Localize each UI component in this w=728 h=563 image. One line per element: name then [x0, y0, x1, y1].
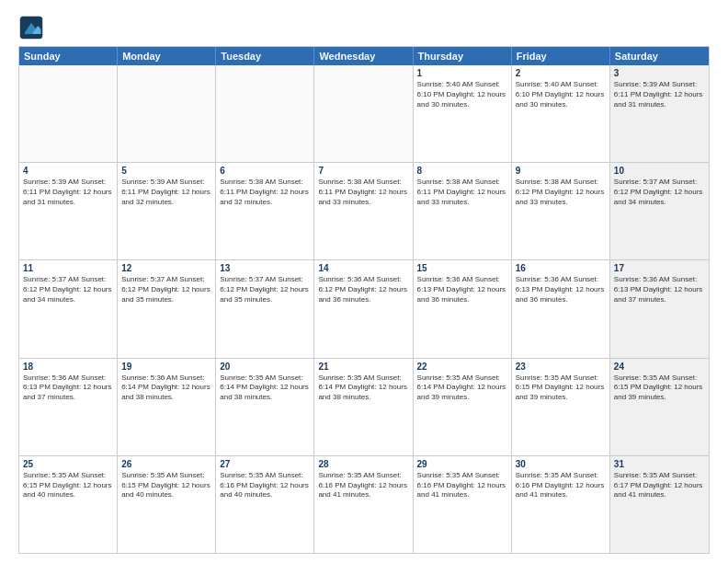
day-info: Sunrise: 5:35 AM Sunset: 6:16 PM Dayligh…	[516, 471, 606, 500]
day-info: Sunrise: 5:35 AM Sunset: 6:15 PM Dayligh…	[23, 471, 113, 500]
day-number: 30	[516, 459, 606, 469]
day-number: 12	[121, 263, 211, 273]
day-info: Sunrise: 5:35 AM Sunset: 6:15 PM Dayligh…	[121, 471, 211, 500]
week-row: 25Sunrise: 5:35 AM Sunset: 6:15 PM Dayli…	[19, 455, 709, 553]
day-cell: 17Sunrise: 5:36 AM Sunset: 6:13 PM Dayli…	[610, 260, 709, 357]
week-row: 4Sunrise: 5:39 AM Sunset: 6:11 PM Daylig…	[19, 162, 709, 259]
week-row: 18Sunrise: 5:36 AM Sunset: 6:13 PM Dayli…	[19, 358, 709, 455]
day-cell: 14Sunrise: 5:36 AM Sunset: 6:12 PM Dayli…	[314, 260, 413, 357]
day-number: 13	[220, 263, 310, 273]
day-info: Sunrise: 5:35 AM Sunset: 6:16 PM Dayligh…	[417, 471, 507, 500]
day-info: Sunrise: 5:37 AM Sunset: 6:12 PM Dayligh…	[23, 275, 113, 304]
day-cell: 31Sunrise: 5:35 AM Sunset: 6:17 PM Dayli…	[610, 456, 709, 553]
day-number: 16	[516, 263, 606, 273]
day-number: 4	[23, 166, 113, 176]
day-info: Sunrise: 5:39 AM Sunset: 6:11 PM Dayligh…	[23, 178, 113, 207]
day-cell: 12Sunrise: 5:37 AM Sunset: 6:12 PM Dayli…	[118, 260, 216, 357]
day-header: Friday	[512, 47, 610, 65]
day-number: 20	[220, 362, 310, 372]
day-cell: 20Sunrise: 5:35 AM Sunset: 6:14 PM Dayli…	[216, 359, 314, 455]
day-info: Sunrise: 5:35 AM Sunset: 6:15 PM Dayligh…	[516, 373, 606, 403]
day-cell	[314, 65, 413, 162]
day-cell	[19, 65, 118, 162]
day-info: Sunrise: 5:40 AM Sunset: 6:10 PM Dayligh…	[516, 80, 606, 109]
day-header: Thursday	[414, 47, 512, 65]
logo-icon	[18, 15, 44, 40]
day-number: 8	[417, 166, 507, 176]
day-number: 25	[23, 459, 113, 469]
day-number: 18	[23, 362, 113, 372]
day-headers: SundayMondayTuesdayWednesdayThursdayFrid…	[19, 47, 709, 65]
day-info: Sunrise: 5:35 AM Sunset: 6:14 PM Dayligh…	[417, 373, 507, 403]
day-number: 29	[417, 459, 507, 469]
day-number: 6	[220, 166, 310, 176]
day-number: 7	[318, 166, 408, 176]
logo	[18, 15, 48, 40]
day-info: Sunrise: 5:38 AM Sunset: 6:11 PM Dayligh…	[318, 178, 408, 207]
day-number: 17	[614, 263, 705, 273]
day-info: Sunrise: 5:36 AM Sunset: 6:14 PM Dayligh…	[121, 373, 211, 403]
day-number: 21	[318, 362, 408, 372]
day-info: Sunrise: 5:36 AM Sunset: 6:12 PM Dayligh…	[318, 275, 408, 304]
day-header: Monday	[118, 47, 216, 65]
day-cell: 19Sunrise: 5:36 AM Sunset: 6:14 PM Dayli…	[118, 359, 216, 455]
day-cell: 29Sunrise: 5:35 AM Sunset: 6:16 PM Dayli…	[414, 456, 512, 553]
day-number: 2	[516, 68, 606, 78]
day-number: 1	[417, 68, 507, 78]
day-number: 22	[417, 362, 507, 372]
header	[18, 15, 710, 40]
day-info: Sunrise: 5:35 AM Sunset: 6:17 PM Dayligh…	[614, 471, 705, 500]
day-number: 23	[516, 362, 606, 372]
day-cell: 4Sunrise: 5:39 AM Sunset: 6:11 PM Daylig…	[19, 163, 118, 259]
day-info: Sunrise: 5:36 AM Sunset: 6:13 PM Dayligh…	[417, 275, 507, 304]
day-header: Tuesday	[216, 47, 314, 65]
day-cell: 15Sunrise: 5:36 AM Sunset: 6:13 PM Dayli…	[414, 260, 512, 357]
day-info: Sunrise: 5:35 AM Sunset: 6:14 PM Dayligh…	[220, 373, 310, 403]
day-info: Sunrise: 5:35 AM Sunset: 6:16 PM Dayligh…	[220, 471, 310, 500]
day-cell: 10Sunrise: 5:37 AM Sunset: 6:12 PM Dayli…	[610, 163, 709, 259]
day-cell: 8Sunrise: 5:38 AM Sunset: 6:11 PM Daylig…	[414, 163, 512, 259]
day-cell: 18Sunrise: 5:36 AM Sunset: 6:13 PM Dayli…	[19, 359, 118, 455]
day-cell: 30Sunrise: 5:35 AM Sunset: 6:16 PM Dayli…	[512, 456, 610, 553]
day-cell	[216, 65, 314, 162]
day-number: 11	[23, 263, 113, 273]
day-cell: 26Sunrise: 5:35 AM Sunset: 6:15 PM Dayli…	[118, 456, 216, 553]
day-cell: 13Sunrise: 5:37 AM Sunset: 6:12 PM Dayli…	[216, 260, 314, 357]
day-number: 28	[318, 459, 408, 469]
day-cell: 9Sunrise: 5:38 AM Sunset: 6:12 PM Daylig…	[512, 163, 610, 259]
day-info: Sunrise: 5:36 AM Sunset: 6:13 PM Dayligh…	[23, 373, 113, 403]
day-number: 3	[614, 68, 705, 78]
page: SundayMondayTuesdayWednesdayThursdayFrid…	[0, 0, 728, 563]
day-number: 10	[614, 166, 705, 176]
day-number: 19	[121, 362, 211, 372]
day-cell	[118, 65, 216, 162]
day-number: 27	[220, 459, 310, 469]
day-header: Sunday	[19, 47, 118, 65]
day-cell: 7Sunrise: 5:38 AM Sunset: 6:11 PM Daylig…	[314, 163, 413, 259]
day-header: Wednesday	[314, 47, 413, 65]
week-row: 1Sunrise: 5:40 AM Sunset: 6:10 PM Daylig…	[19, 65, 709, 162]
day-cell: 23Sunrise: 5:35 AM Sunset: 6:15 PM Dayli…	[512, 359, 610, 455]
day-info: Sunrise: 5:38 AM Sunset: 6:11 PM Dayligh…	[417, 178, 507, 207]
day-info: Sunrise: 5:36 AM Sunset: 6:13 PM Dayligh…	[516, 275, 606, 304]
day-number: 24	[614, 362, 705, 372]
day-cell: 1Sunrise: 5:40 AM Sunset: 6:10 PM Daylig…	[414, 65, 512, 162]
day-cell: 16Sunrise: 5:36 AM Sunset: 6:13 PM Dayli…	[512, 260, 610, 357]
day-info: Sunrise: 5:40 AM Sunset: 6:10 PM Dayligh…	[417, 80, 507, 109]
day-info: Sunrise: 5:38 AM Sunset: 6:11 PM Dayligh…	[220, 178, 310, 207]
day-cell: 6Sunrise: 5:38 AM Sunset: 6:11 PM Daylig…	[216, 163, 314, 259]
day-info: Sunrise: 5:39 AM Sunset: 6:11 PM Dayligh…	[121, 178, 211, 207]
day-cell: 21Sunrise: 5:35 AM Sunset: 6:14 PM Dayli…	[314, 359, 413, 455]
day-number: 15	[417, 263, 507, 273]
day-cell: 5Sunrise: 5:39 AM Sunset: 6:11 PM Daylig…	[118, 163, 216, 259]
day-info: Sunrise: 5:39 AM Sunset: 6:11 PM Dayligh…	[614, 80, 705, 109]
day-cell: 27Sunrise: 5:35 AM Sunset: 6:16 PM Dayli…	[216, 456, 314, 553]
day-number: 14	[318, 263, 408, 273]
day-info: Sunrise: 5:37 AM Sunset: 6:12 PM Dayligh…	[614, 178, 705, 207]
day-number: 26	[121, 459, 211, 469]
day-info: Sunrise: 5:36 AM Sunset: 6:13 PM Dayligh…	[614, 275, 705, 304]
day-cell: 11Sunrise: 5:37 AM Sunset: 6:12 PM Dayli…	[19, 260, 118, 357]
day-info: Sunrise: 5:37 AM Sunset: 6:12 PM Dayligh…	[220, 275, 310, 304]
day-cell: 3Sunrise: 5:39 AM Sunset: 6:11 PM Daylig…	[610, 65, 709, 162]
day-cell: 28Sunrise: 5:35 AM Sunset: 6:16 PM Dayli…	[314, 456, 413, 553]
